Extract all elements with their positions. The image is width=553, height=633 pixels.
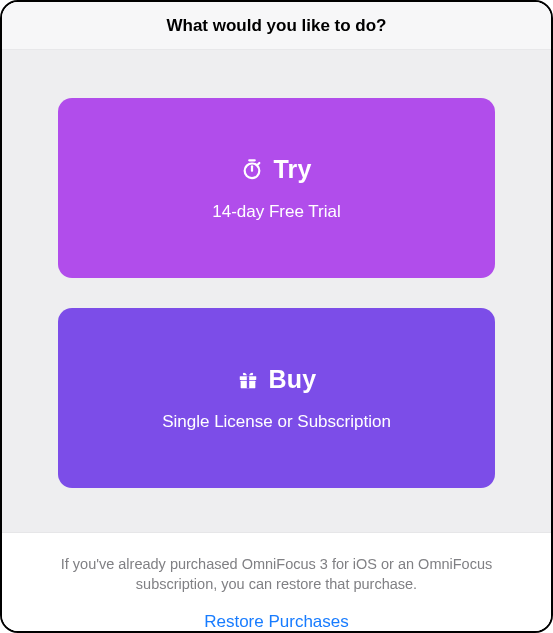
svg-line-3 [258, 163, 259, 164]
try-button[interactable]: Try 14-day Free Trial [58, 98, 495, 278]
dialog-header: What would you like to do? [2, 2, 551, 50]
dialog-title: What would you like to do? [14, 16, 539, 36]
try-head: Try [241, 155, 311, 184]
stopwatch-icon [241, 158, 263, 180]
gift-icon [237, 368, 259, 390]
svg-rect-6 [246, 376, 248, 388]
buy-title: Buy [269, 365, 317, 394]
try-subtitle: 14-day Free Trial [212, 202, 341, 222]
purchase-dialog: What would you like to do? Try 14-day Fr… [0, 0, 553, 633]
buy-head: Buy [237, 365, 317, 394]
buy-subtitle: Single License or Subscription [162, 412, 391, 432]
try-title: Try [273, 155, 311, 184]
options-area: Try 14-day Free Trial Buy Single License… [2, 50, 551, 532]
buy-button[interactable]: Buy Single License or Subscription [58, 308, 495, 488]
dialog-footer: If you've already purchased OmniFocus 3 … [2, 532, 551, 633]
restore-hint: If you've already purchased OmniFocus 3 … [46, 555, 507, 594]
restore-purchases-link[interactable]: Restore Purchases [204, 612, 349, 632]
